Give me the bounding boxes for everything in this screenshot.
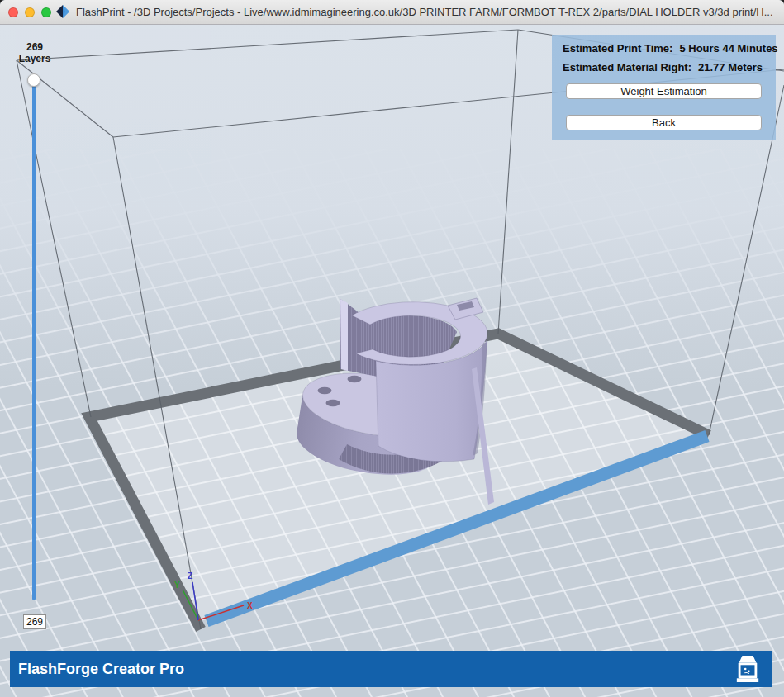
layer-count-label: 269 [12,41,58,53]
print-estimate-panel: Estimated Print Time:5 Hours 44 Minutes … [552,35,776,140]
x-axis-label: X [247,601,253,610]
material-row: Estimated Material Right:21.77 Meters [563,61,765,74]
printer-icon [734,655,761,683]
flashprint-window: X Y Z 269 Layers 269 Estimated Print Tim… [0,0,784,697]
y-axis-label: Y [174,581,180,590]
layer-slider-value-box: 269 [23,614,46,629]
material-value: 21.77 Meters [698,61,763,73]
minimize-button[interactable] [25,7,35,17]
weight-estimation-button[interactable]: Weight Estimation [566,83,762,99]
close-button[interactable] [8,7,18,17]
flashprint-app-icon [55,4,70,19]
print-time-value: 5 Hours 44 Minutes [679,42,777,55]
layer-slider-knob[interactable] [27,73,40,87]
print-time-label: Estimated Print Time: [563,42,672,55]
model-wall-edge [340,299,348,371]
titlebar: FlashPrint - /3D Projects/Projects - Liv… [0,0,784,25]
printer-status-bar: FlashForge Creator Pro [10,651,772,687]
window-title: FlashPrint - /3D Projects/Projects - Liv… [76,0,778,25]
zoom-button[interactable] [41,7,51,17]
z-axis-label: Z [188,571,192,581]
layer-unit-label: Layers [12,53,58,64]
printer-name-label: FlashForge Creator Pro [18,651,184,687]
layer-slider-track[interactable] [32,83,36,600]
print-time-row: Estimated Print Time:5 Hours 44 Minutes [563,42,765,55]
material-label: Estimated Material Right: [563,61,691,73]
back-button[interactable]: Back [566,115,762,130]
